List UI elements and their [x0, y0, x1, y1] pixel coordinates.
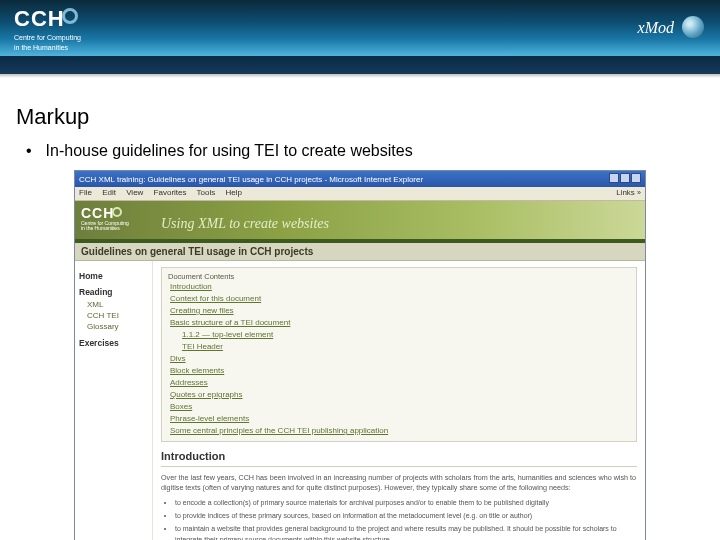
browser-menubar: File Edit View Favorites Tools Help Link… — [75, 187, 645, 201]
list-item: to maintain a website that provides gene… — [175, 523, 637, 540]
page-heading: Guidelines on general TEI usage in CCH p… — [75, 243, 645, 261]
header-shadow — [0, 74, 720, 78]
toc-link[interactable]: Boxes — [168, 401, 630, 413]
page-logo-sub: Centre for Computing in the Humanities — [81, 221, 129, 231]
cch-logo: CCH Centre for Computing in the Humaniti… — [14, 6, 81, 52]
logo-text: CCH — [14, 6, 65, 31]
window-controls — [608, 173, 641, 185]
logo-subtitle-line-2: in the Humanities — [14, 44, 81, 52]
sidebar-item-glossary[interactable]: Glossary — [79, 321, 148, 332]
chevron-right-icon: » — [637, 189, 641, 196]
toc-link[interactable]: Divs — [168, 353, 630, 365]
minimize-button[interactable] — [609, 173, 619, 183]
sidebar-item-cch-tei[interactable]: CCH TEI — [79, 310, 148, 321]
toc-link[interactable]: Basic structure of a TEI document — [168, 317, 630, 329]
sidebar-head-exercises[interactable]: Exercises — [79, 338, 148, 348]
page-banner-title: Using XML to create websites — [161, 216, 329, 232]
menu-file[interactable]: File — [79, 188, 92, 197]
intro-bullets: to encode a collection(s) of primary sou… — [175, 497, 637, 540]
xmod-label: xMod — [638, 19, 674, 36]
logo-subtitle-line-1: Centre for Computing — [14, 34, 81, 42]
browser-title-text: CCH XML training: Guidelines on general … — [79, 175, 423, 184]
toc-link[interactable]: Context for this document — [168, 293, 630, 305]
close-button[interactable] — [631, 173, 641, 183]
toc-link[interactable]: 1.1.2 — top-level element — [168, 329, 630, 341]
page-logo-text: CCH — [81, 205, 114, 221]
menu-favorites[interactable]: Favorites — [154, 188, 187, 197]
menu-tools[interactable]: Tools — [197, 188, 216, 197]
page-banner: CCH Centre for Computing in the Humaniti… — [75, 201, 645, 239]
xmod-brand: xMod — [638, 16, 704, 38]
content-area: Document Contents Introduction Context f… — [153, 261, 645, 540]
toc-link[interactable]: Introduction — [168, 281, 630, 293]
sidebar-item-home[interactable]: Home — [79, 271, 148, 281]
section-title-introduction: Introduction — [161, 450, 637, 462]
page-logo: CCH — [81, 205, 122, 221]
toc-box: Document Contents Introduction Context f… — [161, 267, 637, 442]
browser-window: CCH XML training: Guidelines on general … — [74, 170, 646, 540]
list-item: to provide indices of these primary sour… — [175, 510, 637, 521]
toc-header: Document Contents — [168, 272, 630, 281]
menubar-left: File Edit View Favorites Tools Help — [79, 188, 250, 199]
page-logo-ring-icon — [112, 207, 122, 217]
toc-link[interactable]: Some central principles of the CCH TEI p… — [168, 425, 630, 437]
toc-link[interactable]: Addresses — [168, 377, 630, 389]
toc-link[interactable]: Phrase-level elements — [168, 413, 630, 425]
toc-link[interactable]: Creating new files — [168, 305, 630, 317]
globe-icon — [682, 16, 704, 38]
sidebar: Home Reading XML CCH TEI Glossary Exerci… — [75, 261, 153, 540]
slide-bullet: In-house guidelines for using TEI to cre… — [0, 138, 720, 160]
section-rule — [161, 466, 637, 467]
header-top: CCH Centre for Computing in the Humaniti… — [0, 0, 720, 56]
links-label: Links — [616, 188, 635, 197]
sidebar-item-xml[interactable]: XML — [79, 299, 148, 310]
logo-ring-icon — [62, 8, 78, 24]
presentation-header: CCH Centre for Computing in the Humaniti… — [0, 0, 720, 78]
intro-paragraph: Over the last few years, CCH has been in… — [161, 473, 637, 493]
sidebar-head-reading: Reading — [79, 287, 148, 297]
toc-link[interactable]: Quotes or epigraphs — [168, 389, 630, 401]
links-toolbar[interactable]: Links » — [616, 188, 641, 199]
menu-edit[interactable]: Edit — [102, 188, 116, 197]
slide-title: Markup — [0, 78, 720, 138]
toc-link[interactable]: TEI Header — [168, 341, 630, 353]
header-dark-band — [0, 56, 720, 74]
menu-view[interactable]: View — [126, 188, 143, 197]
toc-link[interactable]: Block elements — [168, 365, 630, 377]
browser-titlebar: CCH XML training: Guidelines on general … — [75, 171, 645, 187]
maximize-button[interactable] — [620, 173, 630, 183]
list-item: to encode a collection(s) of primary sou… — [175, 497, 637, 508]
menu-help[interactable]: Help — [226, 188, 242, 197]
page-body: Home Reading XML CCH TEI Glossary Exerci… — [75, 261, 645, 540]
page-logo-sub-line-2: in the Humanities — [81, 226, 129, 231]
